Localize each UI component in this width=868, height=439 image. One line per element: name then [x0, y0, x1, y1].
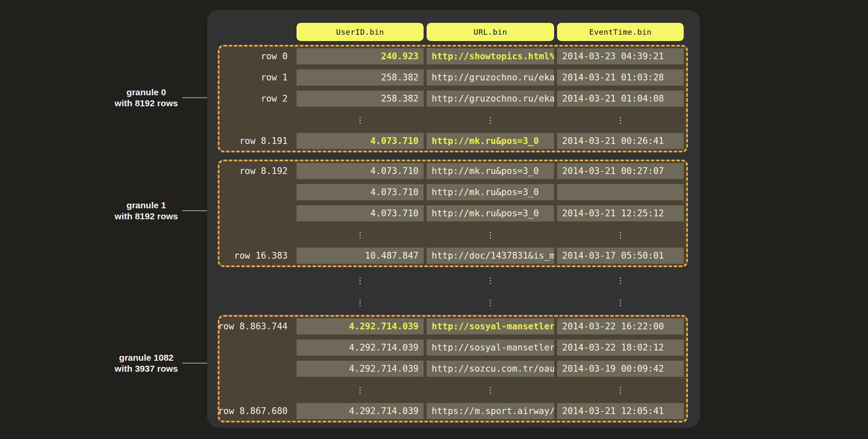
- vertical-ellipsis: ⋮: [557, 382, 684, 398]
- cell-eventtime: 2014-03-21 01:04:08: [557, 91, 684, 107]
- annotation-line1: granule 1: [115, 200, 178, 211]
- annotation-granule-1082: granule 1082 with 3937 rows: [115, 352, 217, 375]
- cell-userid: 4.073.710: [297, 133, 424, 149]
- row-label: row 8.863.744: [219, 318, 294, 334]
- annotation-granule-1: granule 1 with 8192 rows: [115, 200, 217, 222]
- cell-userid: 258.382: [297, 91, 424, 107]
- table-row: row 16.383 10.487.847 http://doc/1437831…: [219, 248, 686, 264]
- row-label: row 1: [219, 69, 294, 86]
- between-granules-ellipsis: ⋮ ⋮ ⋮ ⋮ ⋮ ⋮: [219, 272, 700, 310]
- table-row: 4.292.714.039 http://sosyal-mansetleri..…: [219, 340, 686, 356]
- table-row: row 8.867.680 4.292.714.039 https://m.sp…: [219, 403, 686, 419]
- cell-url: http://gruzochno.ru/ekat...: [427, 69, 554, 86]
- cell-eventtime: 2014-03-21 12:25:12: [557, 205, 684, 221]
- cell-userid: 4.073.710: [297, 205, 424, 221]
- column-header-eventtime-bin: EventTime.bin: [557, 23, 684, 41]
- vertical-ellipsis: ⋮: [557, 112, 684, 128]
- row-label: row 8.191: [219, 133, 294, 149]
- row-label: [219, 294, 294, 310]
- vertical-ellipsis: ⋮: [427, 226, 554, 243]
- cell-userid: 4.073.710: [297, 184, 424, 200]
- cell-userid: 258.382: [297, 69, 424, 86]
- table-row: row 8.863.744 4.292.714.039 http://sosya…: [219, 318, 686, 334]
- cell-eventtime: 2014-03-22 16:22:00: [557, 318, 684, 334]
- vertical-ellipsis: ⋮: [297, 294, 424, 310]
- cell-userid: 4.292.714.039: [297, 318, 424, 334]
- row-label: [219, 226, 294, 243]
- annotation-text: granule 1 with 8192 rows: [115, 200, 178, 222]
- cell-userid: 4.292.714.039: [297, 340, 424, 356]
- cell-url: http://sosyal-mansetleri...: [427, 340, 554, 356]
- table-row: row 8.191 4.073.710 http://mk.ru&pos=3_0…: [219, 133, 686, 149]
- cell-url: http://sosyal-mansetleri...: [427, 318, 554, 334]
- row-label: [219, 382, 294, 398]
- annotation-text: granule 0 with 8192 rows: [115, 87, 178, 109]
- table-row: 4.073.710 http://mk.ru&pos=3_0: [219, 184, 686, 200]
- table-row: row 2 258.382 http://gruzochno.ru/ekat..…: [219, 91, 686, 107]
- vertical-ellipsis: ⋮: [557, 272, 684, 288]
- vertical-ellipsis: ⋮: [297, 382, 424, 398]
- column-header-userid-bin: UserID.bin: [297, 23, 424, 41]
- annotation-granule-0: granule 0 with 8192 rows: [115, 87, 217, 109]
- row-label: [219, 272, 294, 288]
- diagram-canvas: granule 0 with 8192 rows granule 1 with …: [0, 0, 868, 439]
- ellipsis-row: ⋮ ⋮ ⋮: [219, 294, 700, 310]
- column-header-url-bin: URL.bin: [427, 23, 554, 41]
- ellipsis-row: ⋮ ⋮ ⋮: [219, 272, 700, 288]
- row-label: [219, 361, 294, 377]
- vertical-ellipsis: ⋮: [297, 272, 424, 288]
- column-files-panel: UserID.bin URL.bin EventTime.bin row 0 2…: [207, 10, 700, 428]
- table-row: row 1 258.382 http://gruzochno.ru/ekat..…: [219, 69, 686, 86]
- cell-eventtime: 2014-03-21 00:27:07: [557, 163, 684, 179]
- header-spacer: [219, 23, 294, 41]
- table-row: 4.292.714.039 http://sozcu.com.tr/oaut 2…: [219, 361, 686, 377]
- cell-url: http://gruzochno.ru/ekat...: [427, 91, 554, 107]
- annotation-line1: granule 1082: [115, 352, 178, 363]
- vertical-ellipsis: ⋮: [557, 226, 684, 243]
- annotation-line2: with 8192 rows: [115, 211, 178, 222]
- cell-url: https://m.sport.airway/?: [427, 403, 554, 419]
- table-row: row 8.192 4.073.710 http://mk.ru&pos=3_0…: [219, 163, 686, 179]
- vertical-ellipsis: ⋮: [297, 226, 424, 243]
- cell-url: http://sozcu.com.tr/oaut: [427, 361, 554, 377]
- row-label: [219, 205, 294, 221]
- cell-eventtime: 2014-03-21 00:26:41: [557, 133, 684, 149]
- annotation-text: granule 1082 with 3937 rows: [115, 352, 178, 375]
- cell-userid: 4.292.714.039: [297, 361, 424, 377]
- cell-eventtime: 2014-03-21 01:03:28: [557, 69, 684, 86]
- row-label: [219, 184, 294, 200]
- row-label: [219, 340, 294, 356]
- cell-url: http://doc/1437831&is_mo...: [427, 248, 554, 264]
- row-label: row 16.383: [219, 248, 294, 264]
- cell-url: http://mk.ru&pos=3_0: [427, 184, 554, 200]
- row-label: row 2: [219, 91, 294, 107]
- vertical-ellipsis: ⋮: [557, 294, 684, 310]
- cell-url: http://showtopics.html%3...: [427, 48, 554, 64]
- row-label: [219, 112, 294, 128]
- annotation-line1: granule 0: [115, 87, 178, 98]
- cell-eventtime-empty: [557, 184, 684, 200]
- cell-eventtime: 2014-03-17 05:50:01: [557, 248, 684, 264]
- vertical-ellipsis: ⋮: [297, 112, 424, 128]
- annotation-line2: with 3937 rows: [115, 363, 178, 374]
- cell-url: http://mk.ru&pos=3_0: [427, 133, 554, 149]
- table-row: 4.073.710 http://mk.ru&pos=3_0 2014-03-2…: [219, 205, 686, 221]
- vertical-ellipsis: ⋮: [427, 112, 554, 128]
- row-label: row 0: [219, 48, 294, 64]
- vertical-ellipsis: ⋮: [427, 294, 554, 310]
- vertical-ellipsis: ⋮: [427, 382, 554, 398]
- row-label: row 8.192: [219, 163, 294, 179]
- granule-0: row 0 240.923 http://showtopics.html%3..…: [218, 45, 688, 152]
- vertical-ellipsis: ⋮: [427, 272, 554, 288]
- cell-eventtime: 2014-03-23 04:39:21: [557, 48, 684, 64]
- ellipsis-row: ⋮ ⋮ ⋮: [219, 226, 686, 243]
- granule-1082: row 8.863.744 4.292.714.039 http://sosya…: [218, 315, 688, 422]
- cell-url: http://mk.ru&pos=3_0: [427, 205, 554, 221]
- cell-userid: 4.073.710: [297, 163, 424, 179]
- ellipsis-row: ⋮ ⋮ ⋮: [219, 112, 686, 128]
- cell-userid: 240.923: [297, 48, 424, 64]
- cell-eventtime: 2014-03-21 12:05:41: [557, 403, 684, 419]
- cell-url: http://mk.ru&pos=3_0: [427, 163, 554, 179]
- cell-eventtime: 2014-03-22 18:02:12: [557, 340, 684, 356]
- table-row: row 0 240.923 http://showtopics.html%3..…: [219, 48, 686, 64]
